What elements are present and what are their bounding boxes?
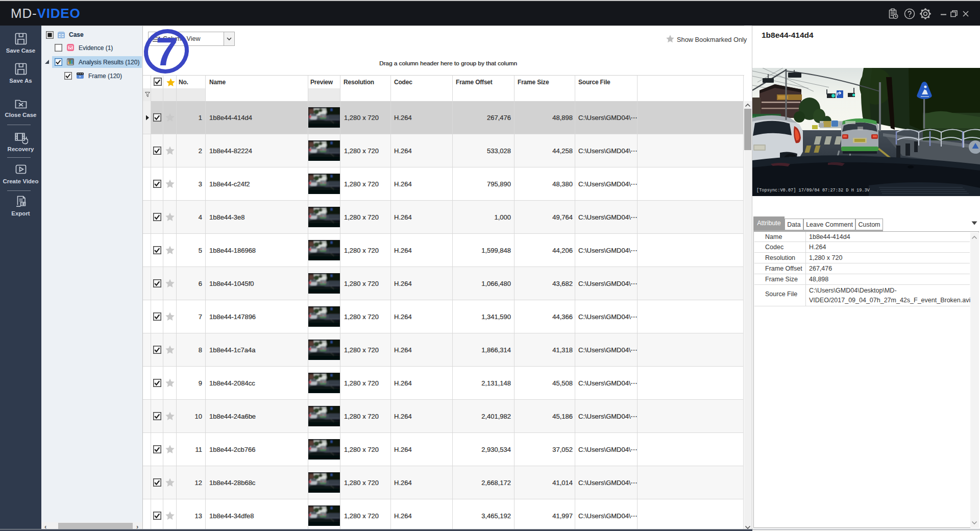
svg-text:[Topsync:V0.07] 17/09/04 07:27: [Topsync:V0.07] 17/09/04 07:27:32 D H 19… [756,188,870,193]
